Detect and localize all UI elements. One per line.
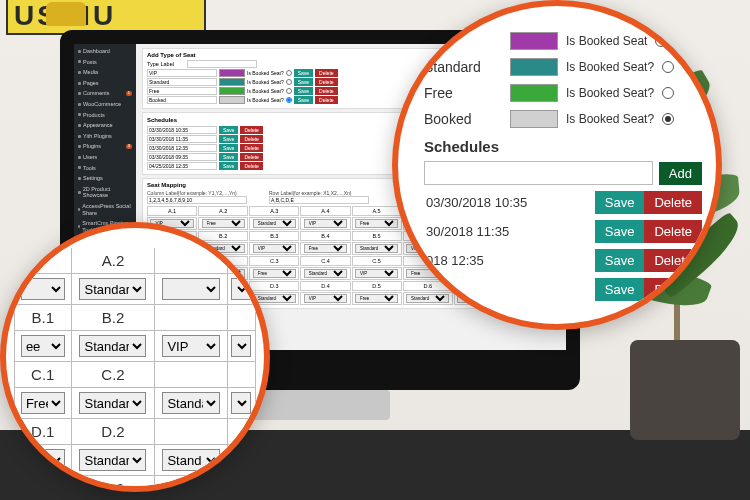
grid-header [155,305,227,331]
seat-type-save-button[interactable]: Save [294,69,313,77]
schedule-save-button[interactable]: Save [219,144,238,152]
sidebar-item[interactable]: WooCommerce [74,99,136,110]
schedule-save-button[interactable]: Save [219,135,238,143]
schedule-save-button[interactable]: Save [595,191,645,214]
type-label-input[interactable] [187,60,257,68]
seat-select[interactable]: Free [355,294,398,303]
seat-type-swatch[interactable] [510,32,558,50]
seat-select[interactable]: VIP [162,335,219,357]
grid-header: A.5 [352,206,402,216]
grid-cell [155,274,227,305]
seat-type-delete-button[interactable]: Delete [315,87,337,95]
seat-select[interactable]: Standard [79,335,146,357]
seat-select[interactable]: Stand [162,449,219,471]
is-booked-radio[interactable] [662,87,674,99]
is-booked-radio[interactable] [286,70,292,76]
schedule-input[interactable] [147,162,217,170]
seat-select[interactable]: Standard [253,294,296,303]
schedule-save-button[interactable]: Save [219,162,238,170]
schedule-delete-button[interactable]: Delete [644,191,702,214]
seat-type-swatch[interactable] [510,110,558,128]
seat-select[interactable]: Standard [79,278,146,300]
schedule-save-button[interactable]: Save [219,153,238,161]
seat-type-input[interactable] [147,78,217,86]
sidebar-item[interactable]: Appearance [74,120,136,131]
sidebar-item[interactable]: Tools [74,163,136,174]
sidebar-item[interactable]: Plugins3 [74,141,136,152]
schedule-save-button[interactable]: Save [595,220,645,243]
schedule-save-button[interactable]: Save [595,278,645,301]
seat-select[interactable]: VIP [355,269,398,278]
seat-select[interactable]: VIP [304,294,347,303]
schedule-input[interactable] [147,144,217,152]
schedule-delete-button[interactable]: Delete [240,126,262,134]
schedule-save-button[interactable]: Save [219,126,238,134]
sidebar-item[interactable]: Posts [74,57,136,68]
schedule-input[interactable] [147,153,217,161]
seat-select[interactable]: Standard [253,219,296,228]
seat-select[interactable]: Standa [162,392,219,414]
seat-select[interactable]: VIP [304,219,347,228]
grid-header: B.4 [300,231,350,241]
sidebar-item[interactable]: Settings [74,173,136,184]
grid-cell: Standard [71,331,155,362]
is-booked-radio[interactable] [286,79,292,85]
sidebar-item[interactable]: Users [74,152,136,163]
seat-select[interactable]: Standard [79,449,146,471]
sidebar-item[interactable]: Media [74,67,136,78]
sidebar-item[interactable]: Pages [74,78,136,89]
seat-select[interactable] [231,335,251,357]
sidebar-item[interactable]: Yith Plugins [74,131,136,142]
seat-select[interactable]: Standard [355,244,398,253]
seat-select[interactable]: VIP [253,244,296,253]
schedule-input[interactable] [147,135,217,143]
sidebar-item[interactable]: 2D Product Showcase [74,184,136,201]
seat-type-input[interactable] [147,69,217,77]
seat-select[interactable]: Standard [406,294,449,303]
seat-select[interactable]: Free [202,219,245,228]
seat-select[interactable]: Free [253,269,296,278]
sidebar-item[interactable]: Dashboard [74,46,136,57]
schedule-add-button[interactable]: Add [659,162,702,185]
sidebar-item[interactable]: Comments1 [74,88,136,99]
seat-select[interactable]: Free [355,219,398,228]
is-booked-radio[interactable] [662,61,674,73]
schedule-input[interactable] [147,126,217,134]
seat-select[interactable]: Standard [79,392,146,414]
schedule-delete-button[interactable]: Delete [644,220,702,243]
seat-type-swatch[interactable] [219,78,245,86]
col-label-input[interactable] [147,196,247,204]
seat-type-input[interactable] [147,87,217,95]
schedule-save-button[interactable]: Save [595,249,645,272]
is-booked-radio[interactable] [286,97,292,103]
seat-type-save-button[interactable]: Save [294,87,313,95]
schedule-delete-button[interactable]: Delete [240,144,262,152]
seat-select[interactable]: ee [21,335,65,357]
seat-select[interactable] [162,278,219,300]
schedule-delete-button[interactable]: Delete [240,153,262,161]
is-booked-radio[interactable] [662,113,674,125]
seat-type-swatch[interactable] [510,84,558,102]
seat-type-swatch[interactable] [219,96,245,104]
seat-type-input[interactable] [147,96,217,104]
schedule-delete-button[interactable]: Delete [240,135,262,143]
seat-type-delete-button[interactable]: Delete [315,78,337,86]
schedule-new-input[interactable] [424,161,653,185]
seat-select[interactable]: Free [304,244,347,253]
seat-type-delete-button[interactable]: Delete [315,96,337,104]
seat-select[interactable]: Free [21,392,65,414]
is-booked-radio[interactable] [286,88,292,94]
seat-type-save-button[interactable]: Save [294,78,313,86]
seat-select[interactable] [231,392,251,414]
seat-select[interactable]: Standard [304,269,347,278]
seat-type-swatch[interactable] [219,87,245,95]
schedule-delete-button[interactable]: Delete [240,162,262,170]
sidebar-item[interactable]: Products [74,110,136,121]
seat-type-swatch[interactable] [510,58,558,76]
seat-type-save-button[interactable]: Save [294,96,313,104]
row-label-input[interactable] [269,196,369,204]
seat-type-delete-button[interactable]: Delete [315,69,337,77]
sidebar-item[interactable]: AccessPress Social Share [74,201,136,218]
seat-select[interactable] [21,278,65,300]
seat-type-swatch[interactable] [219,69,245,77]
